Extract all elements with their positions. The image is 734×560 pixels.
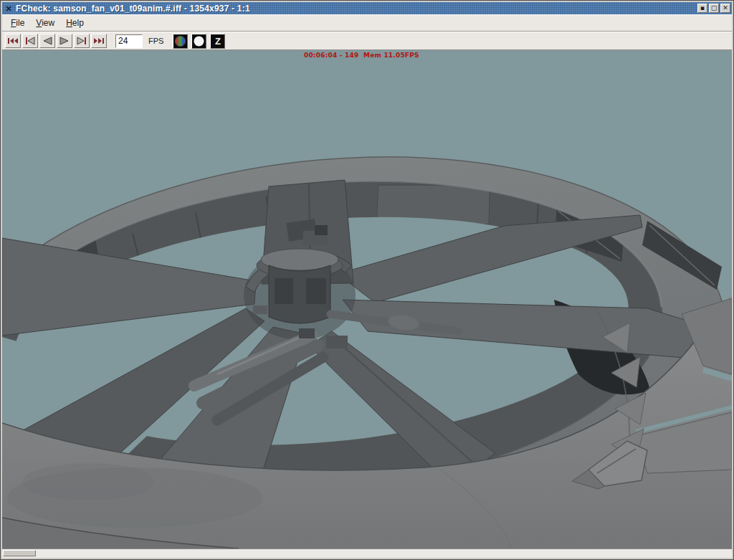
menu-file[interactable]: File xyxy=(5,16,30,30)
frame-scrollbar-thumb[interactable] xyxy=(3,550,36,556)
menu-view[interactable]: View xyxy=(30,16,60,30)
frame-scrollbar[interactable] xyxy=(2,549,732,557)
alpha-circle-icon xyxy=(194,36,204,47)
hud-framecounter: 00:06:04 - 149 Mem 11.05FPS xyxy=(304,52,419,59)
fps-input[interactable] xyxy=(115,34,143,48)
step-forward-button[interactable] xyxy=(74,34,90,48)
menu-help[interactable]: Help xyxy=(60,16,90,30)
minimize-button[interactable]: ▪ xyxy=(697,4,707,13)
go-to-end-icon xyxy=(93,37,105,45)
maximize-button[interactable]: ▢ xyxy=(709,4,719,13)
playback-toolbar: FPS Z xyxy=(2,32,732,50)
play-forward-button[interactable] xyxy=(57,34,72,48)
app-icon: ✕ xyxy=(4,4,14,14)
play-backward-icon xyxy=(42,37,53,45)
step-back-button[interactable] xyxy=(22,34,38,48)
rendered-fan-image xyxy=(2,50,732,549)
window-title: FCheck: samson_fan_v01_t09anim.#.iff - 1… xyxy=(14,4,697,14)
play-forward-icon xyxy=(59,37,70,45)
go-to-start-button[interactable] xyxy=(5,34,21,48)
alpha-channel-button[interactable] xyxy=(191,34,206,49)
render-view: 00:06:04 - 149 Mem 11.05FPS xyxy=(2,50,732,549)
step-back-icon xyxy=(24,37,36,45)
go-to-end-button[interactable] xyxy=(91,34,107,48)
go-to-start-icon xyxy=(7,37,19,45)
play-backward-button[interactable] xyxy=(39,34,55,48)
fps-label: FPS xyxy=(148,37,163,45)
zdepth-icon: Z xyxy=(215,36,221,47)
close-button[interactable]: ✕ xyxy=(720,4,730,13)
fcheck-window: ✕ FCheck: samson_fan_v01_t09anim.#.iff -… xyxy=(0,0,734,560)
step-forward-icon xyxy=(76,37,87,45)
zdepth-channel-button[interactable]: Z xyxy=(210,34,225,49)
rgb-sphere-icon xyxy=(175,36,186,47)
rgb-channel-button[interactable] xyxy=(173,34,188,49)
menu-bar: File View Help xyxy=(2,14,732,32)
titlebar[interactable]: ✕ FCheck: samson_fan_v01_t09anim.#.iff -… xyxy=(2,2,732,14)
